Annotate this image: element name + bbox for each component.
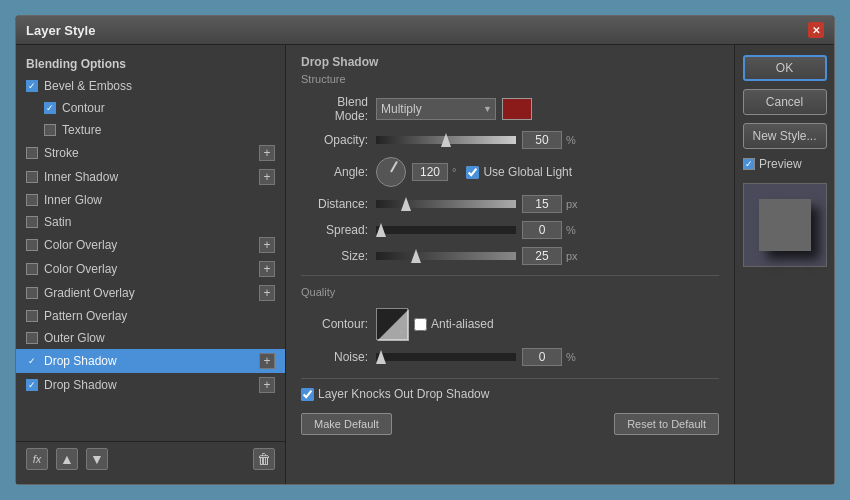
new-style-button[interactable]: New Style... [743, 123, 827, 149]
spread-unit: % [566, 224, 576, 236]
angle-line [390, 161, 398, 172]
size-input[interactable] [522, 247, 562, 265]
shadow-color-swatch[interactable] [502, 98, 532, 120]
add-color-overlay-1-button[interactable]: + [259, 237, 275, 253]
add-drop-shadow-2-button[interactable]: + [259, 377, 275, 393]
preview-checkbox[interactable]: ✓ [743, 158, 755, 170]
preview-area [743, 183, 827, 267]
checkbox-gradient-overlay[interactable] [26, 287, 38, 299]
noise-slider-thumb[interactable] [376, 350, 386, 364]
checkbox-color-overlay-1[interactable] [26, 239, 38, 251]
sidebar-item-drop-shadow-2[interactable]: ✓ Drop Shadow + [16, 373, 285, 397]
spread-label: Spread: [301, 223, 376, 237]
layer-style-dialog: Layer Style ✕ Blending Options ✓ Bevel &… [15, 15, 835, 485]
sidebar-item-texture[interactable]: Texture [16, 119, 285, 141]
delete-button[interactable]: 🗑 [253, 448, 275, 470]
close-button[interactable]: ✕ [808, 22, 824, 38]
checkbox-color-overlay-2[interactable] [26, 263, 38, 275]
anti-aliased-checkbox[interactable] [414, 318, 427, 331]
spread-slider-thumb[interactable] [376, 223, 386, 237]
spread-slider-track[interactable] [376, 226, 516, 234]
use-global-light-label[interactable]: Use Global Light [466, 165, 572, 179]
opacity-slider-track[interactable] [376, 136, 516, 144]
blending-options-header: Blending Options [16, 53, 285, 75]
sidebar-item-color-overlay-2[interactable]: Color Overlay + [16, 257, 285, 281]
spread-input[interactable] [522, 221, 562, 239]
distance-input[interactable] [522, 195, 562, 213]
sidebar-item-satin[interactable]: Satin [16, 211, 285, 233]
checkbox-drop-shadow-2[interactable]: ✓ [26, 379, 38, 391]
noise-control: % [376, 348, 719, 366]
checkbox-texture[interactable] [44, 124, 56, 136]
checkbox-pattern-overlay[interactable] [26, 310, 38, 322]
sidebar-item-pattern-overlay[interactable]: Pattern Overlay [16, 305, 285, 327]
noise-unit: % [566, 351, 576, 363]
knocks-out-checkbox[interactable] [301, 388, 314, 401]
contour-row: Contour: ▼ Anti-aliased [301, 308, 719, 340]
checkbox-contour[interactable]: ✓ [44, 102, 56, 114]
checkbox-bevel-emboss[interactable]: ✓ [26, 80, 38, 92]
anti-aliased-label[interactable]: Anti-aliased [414, 317, 494, 331]
sidebar-item-inner-glow[interactable]: Inner Glow [16, 189, 285, 211]
add-inner-shadow-button[interactable]: + [259, 169, 275, 185]
fx-button[interactable]: fx [26, 448, 48, 470]
sidebar-item-drop-shadow-1[interactable]: ✓ Drop Shadow + [16, 349, 285, 373]
checkbox-satin[interactable] [26, 216, 38, 228]
knocks-out-row: Layer Knocks Out Drop Shadow [301, 387, 719, 401]
opacity-input[interactable] [522, 131, 562, 149]
distance-slider-track[interactable] [376, 200, 516, 208]
dialog-body: Blending Options ✓ Bevel & Emboss ✓ Cont… [16, 45, 834, 484]
blend-mode-select-wrapper: Multiply Normal Screen Overlay ▼ [376, 98, 496, 120]
sidebar-item-stroke[interactable]: Stroke + [16, 141, 285, 165]
angle-input[interactable] [412, 163, 448, 181]
add-stroke-button[interactable]: + [259, 145, 275, 161]
sidebar-item-inner-shadow[interactable]: Inner Shadow + [16, 165, 285, 189]
checkbox-outer-glow[interactable] [26, 332, 38, 344]
label-inner-glow: Inner Glow [44, 193, 275, 207]
knocks-out-label[interactable]: Layer Knocks Out Drop Shadow [301, 387, 489, 401]
sidebar-item-color-overlay-1[interactable]: Color Overlay + [16, 233, 285, 257]
use-global-light-checkbox[interactable] [466, 166, 479, 179]
reset-to-default-button[interactable]: Reset to Default [614, 413, 719, 435]
ok-button[interactable]: OK [743, 55, 827, 81]
quality-divider [301, 275, 719, 276]
checkbox-inner-glow[interactable] [26, 194, 38, 206]
angle-control: ° Use Global Light [376, 157, 719, 187]
right-panel: OK Cancel New Style... ✓ Preview [734, 45, 834, 484]
label-satin: Satin [44, 215, 275, 229]
checkbox-drop-shadow-1[interactable]: ✓ [26, 355, 38, 367]
angle-deg-unit: ° [452, 166, 456, 178]
checkbox-stroke[interactable] [26, 147, 38, 159]
make-default-button[interactable]: Make Default [301, 413, 392, 435]
preview-label: Preview [759, 157, 802, 171]
size-slider-track[interactable] [376, 252, 516, 260]
size-slider-thumb[interactable] [411, 249, 421, 263]
add-drop-shadow-1-button[interactable]: + [259, 353, 275, 369]
opacity-slider-thumb[interactable] [441, 133, 451, 147]
angle-dial[interactable] [376, 157, 406, 187]
distance-row: Distance: px [301, 195, 719, 213]
sidebar-item-contour[interactable]: ✓ Contour [16, 97, 285, 119]
blend-mode-label: Blend Mode: [301, 95, 376, 123]
move-down-button[interactable]: ▼ [86, 448, 108, 470]
blend-mode-select[interactable]: Multiply Normal Screen Overlay [376, 98, 496, 120]
move-up-button[interactable]: ▲ [56, 448, 78, 470]
contour-preview[interactable]: ▼ [376, 308, 408, 340]
label-stroke: Stroke [44, 146, 259, 160]
cancel-button[interactable]: Cancel [743, 89, 827, 115]
blend-mode-row: Blend Mode: Multiply Normal Screen Overl… [301, 95, 719, 123]
label-drop-shadow-1: Drop Shadow [44, 354, 259, 368]
opacity-label: Opacity: [301, 133, 376, 147]
middle-panel: Drop Shadow Structure Blend Mode: Multip… [286, 45, 734, 484]
angle-row: Angle: ° Use Global Light [301, 157, 719, 187]
add-gradient-overlay-button[interactable]: + [259, 285, 275, 301]
noise-input[interactable] [522, 348, 562, 366]
checkbox-inner-shadow[interactable] [26, 171, 38, 183]
distance-slider-thumb[interactable] [401, 197, 411, 211]
sidebar-item-outer-glow[interactable]: Outer Glow [16, 327, 285, 349]
label-pattern-overlay: Pattern Overlay [44, 309, 275, 323]
add-color-overlay-2-button[interactable]: + [259, 261, 275, 277]
sidebar-item-bevel-emboss[interactable]: ✓ Bevel & Emboss [16, 75, 285, 97]
noise-slider-track[interactable] [376, 353, 516, 361]
sidebar-item-gradient-overlay[interactable]: Gradient Overlay + [16, 281, 285, 305]
